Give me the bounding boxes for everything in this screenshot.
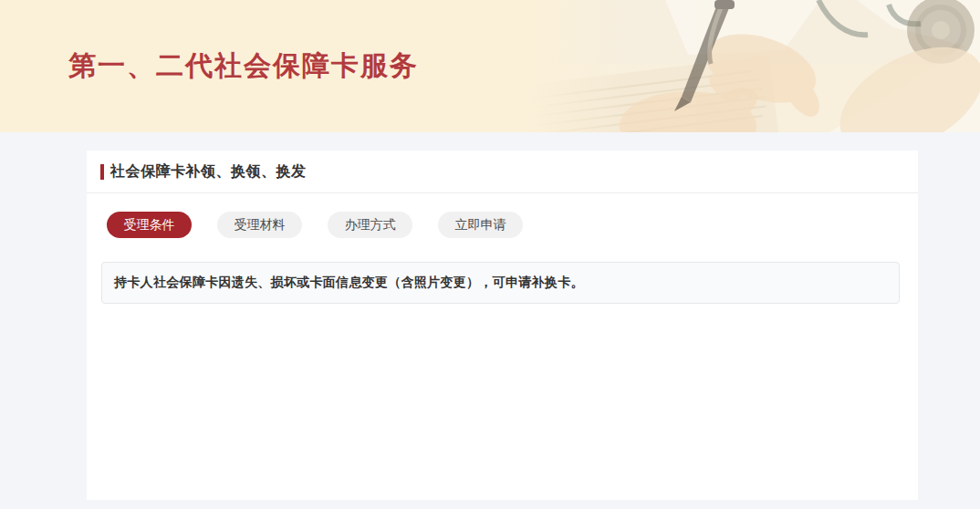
tab-processing-method[interactable]: 办理方式	[328, 212, 412, 238]
tab-bar: 受理条件 受理材料 办理方式 立即申请	[107, 212, 918, 238]
card-title: 社会保障卡补领、换领、换发	[110, 162, 307, 182]
doctor-writing-illustration	[528, 0, 980, 132]
condition-text: 持卡人社会保障卡因遗失、损坏或卡面信息变更（含照片变更），可申请补换卡。	[114, 275, 584, 291]
condition-info-box: 持卡人社会保障卡因遗失、损坏或卡面信息变更（含照片变更），可申请补换卡。	[101, 262, 900, 304]
page-banner: 第一、二代社会保障卡服务	[0, 0, 980, 132]
card-header: 社会保障卡补领、换领、换发	[87, 151, 918, 193]
tab-apply-now[interactable]: 立即申请	[438, 212, 523, 238]
page-title: 第一、二代社会保障卡服务	[68, 47, 419, 85]
accent-bar	[100, 164, 104, 180]
tab-required-materials[interactable]: 受理材料	[217, 212, 302, 238]
service-card: 社会保障卡补领、换领、换发 受理条件 受理材料 办理方式 立即申请 持卡人社会保…	[87, 151, 918, 500]
banner-photo	[528, 0, 980, 132]
tab-acceptance-conditions[interactable]: 受理条件	[107, 212, 192, 238]
